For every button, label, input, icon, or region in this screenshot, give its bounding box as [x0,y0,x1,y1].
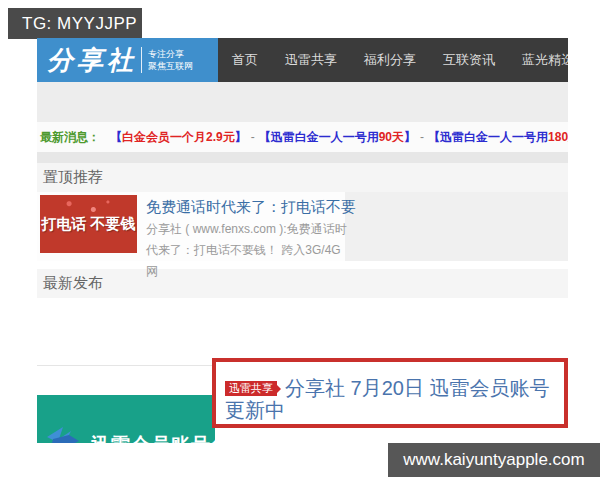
featured-line1: 迅雷共享分享社 7月20日 迅雷会员账号 [225,378,558,400]
featured-title-text2: 更新中 [225,400,558,421]
ticker-label: 最新消息： [40,129,100,146]
ticker-item[interactable]: -【迅雷白金一人一号用90天】 [247,129,416,146]
news-ticker: 最新消息： 【白金会员一个月2.9元】 -【迅雷白金一人一号用90天】 -【迅雷… [37,122,568,152]
article-title-link[interactable]: 免费通话时代来了：打电话不要 [146,197,356,216]
ticker-item[interactable]: -【迅雷白金一人一号用180天】 [416,129,568,146]
site-logo[interactable]: 分享社 专注分享 聚焦互联网 [37,38,218,82]
pinned-article[interactable]: 打电话 不要钱 免费通话时代来了：打电话不要 分享社 ( www.fenxs.c… [37,192,345,261]
article-body: 免费通话时代来了：打电话不要 分享社 ( www.fenxs.com ):免费通… [137,195,356,261]
site-header: 分享社 专注分享 聚焦互联网 首页 迅雷共享 福利分享 互联资讯 蓝光精选 [37,38,568,82]
spacer-band [37,152,568,163]
logo-tagline-line2: 聚焦互联网 [148,61,193,71]
watermark-url: www.kaiyuntyapple.com [388,443,600,477]
section-pinned-title: 置顶推荐 [43,168,103,187]
featured-post-highlight[interactable]: 迅雷共享分享社 7月20日 迅雷会员账号 更新中 [212,358,568,428]
article-thumbnail[interactable]: 打电话 不要钱 [40,195,137,253]
nav-item-internet-news[interactable]: 互联资讯 [443,51,495,69]
logo-title: 分享社 [47,43,137,78]
logo-tagline-line1: 专注分享 [148,49,184,59]
xunlei-member-share-card[interactable]: 迅雷会员账号分享 [37,395,215,443]
page-canvas: TG: MYYJJPP 分享社 专注分享 聚焦互联网 首页 迅雷共享 福利分享 … [0,0,600,480]
header-sub-band [37,82,568,122]
section-pinned-header: 置顶推荐 [37,163,568,192]
logo-tagline: 专注分享 聚焦互联网 [148,48,193,72]
nav-item-bluray-picks[interactable]: 蓝光精选 [522,51,568,69]
teal-card-title: 迅雷会员账号分享 [91,432,215,443]
pinned-article-row: 打电话 不要钱 免费通话时代来了：打电话不要 分享社 ( www.fenxs.c… [37,192,568,261]
nav-item-home[interactable]: 首页 [232,51,258,69]
tg-handle-badge: TG: MYYJJPP [8,8,142,39]
main-nav: 首页 迅雷共享 福利分享 互联资讯 蓝光精选 [218,38,568,82]
nav-item-welfare-share[interactable]: 福利分享 [364,51,416,69]
nav-item-xunlei-share[interactable]: 迅雷共享 [285,51,337,69]
divider [37,365,213,366]
article-description: 分享社 ( www.fenxs.com ):免费通话时代来了：打电话不要钱！ 跨… [146,219,352,282]
featured-title-text: 分享社 7月20日 迅雷会员账号 [285,378,549,399]
logo-divider [141,47,142,73]
category-badge[interactable]: 迅雷共享 [225,381,277,396]
site-screenshot: 分享社 专注分享 聚焦互联网 首页 迅雷共享 福利分享 互联资讯 蓝光精选 最新… [37,38,568,298]
section-latest-title: 最新发布 [43,274,103,293]
ticker-item[interactable]: 【白金会员一个月2.9元】 [102,129,247,146]
bird-icon [45,427,87,443]
